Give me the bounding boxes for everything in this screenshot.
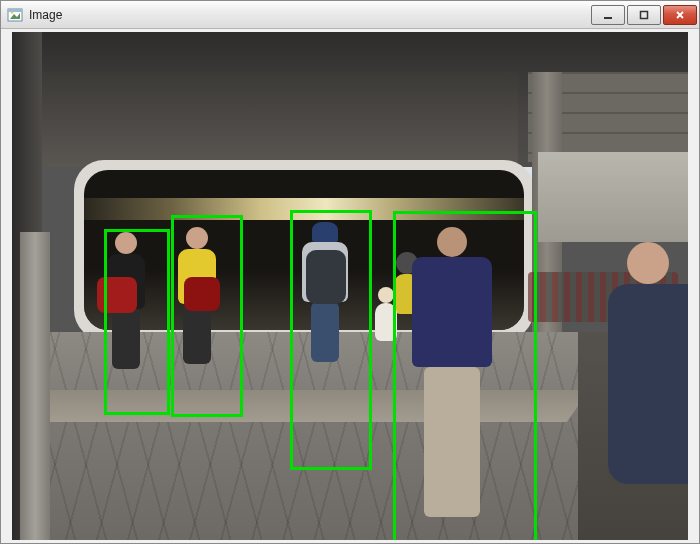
pedestrian (412, 227, 492, 517)
client-area (1, 29, 699, 543)
close-button[interactable] (663, 5, 697, 25)
window-controls (589, 5, 697, 25)
titlebar[interactable]: Image (1, 1, 699, 29)
svg-rect-1 (8, 9, 22, 12)
maximize-button[interactable] (627, 5, 661, 25)
pedestrian (375, 287, 397, 341)
pedestrian (178, 227, 216, 364)
image-viewport (12, 32, 688, 540)
image-app-icon (7, 7, 23, 23)
app-window: Image (0, 0, 700, 544)
pedestrian (107, 232, 145, 369)
window-title: Image (29, 8, 589, 22)
svg-rect-4 (604, 17, 612, 19)
svg-point-3 (11, 11, 14, 14)
svg-rect-5 (641, 11, 648, 18)
scene-background (12, 32, 688, 540)
minimize-button[interactable] (591, 5, 625, 25)
pedestrian (302, 222, 348, 362)
pedestrian (608, 242, 688, 484)
